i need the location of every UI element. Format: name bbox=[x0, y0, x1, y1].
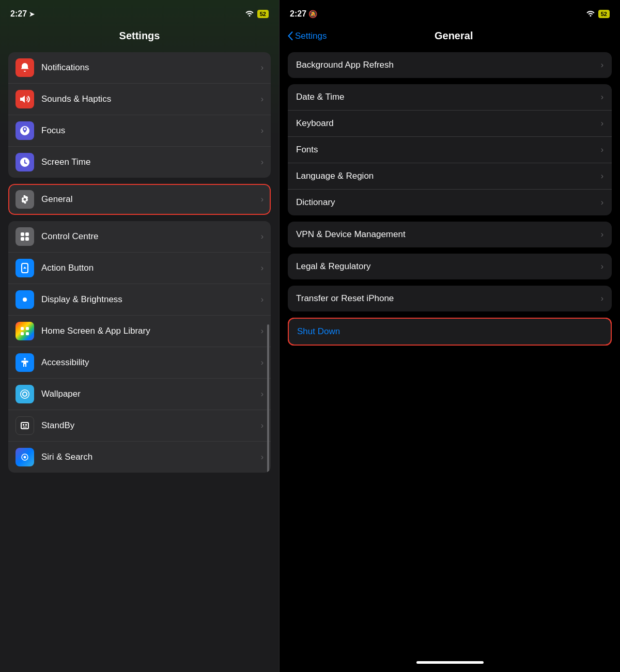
right-home-indicator-bar bbox=[280, 656, 620, 672]
transfer-reset-chevron: › bbox=[601, 294, 603, 303]
right-settings-group-5: Transfer or Reset iPhone › bbox=[288, 286, 612, 311]
settings-group-1: Notifications › Sounds & Haptics › Focus… bbox=[8, 52, 271, 178]
display-label: Display & Brightness bbox=[41, 294, 261, 305]
fonts-chevron: › bbox=[601, 145, 603, 154]
right-item-bg-refresh[interactable]: Background App Refresh › bbox=[288, 52, 612, 78]
right-item-date-time[interactable]: Date & Time › bbox=[288, 84, 612, 111]
right-status-right: 52 bbox=[586, 9, 610, 19]
left-battery: 52 bbox=[257, 10, 269, 18]
notifications-chevron: › bbox=[261, 63, 264, 72]
action-button-label: Action Button bbox=[41, 263, 261, 273]
vpn-label: VPN & Device Management bbox=[296, 229, 601, 240]
right-settings-group-2: Date & Time › Keyboard › Fonts › Languag… bbox=[288, 84, 612, 215]
action-button-chevron: › bbox=[261, 263, 264, 273]
right-nav-header: Settings General bbox=[280, 26, 620, 49]
svg-rect-13 bbox=[25, 424, 27, 426]
sidebar-item-notifications[interactable]: Notifications › bbox=[8, 52, 271, 84]
transfer-reset-label: Transfer or Reset iPhone bbox=[296, 293, 601, 304]
svg-point-10 bbox=[24, 358, 26, 360]
right-status-left: 2:27 🔕 bbox=[290, 9, 317, 19]
screen-time-icon bbox=[16, 153, 34, 171]
right-nav-title: General bbox=[327, 30, 581, 42]
siri-icon bbox=[16, 448, 34, 466]
left-status-bar: 2:27 ➤ 52 bbox=[0, 0, 279, 26]
sidebar-item-accessibility[interactable]: Accessibility › bbox=[8, 347, 271, 379]
back-button[interactable]: Settings bbox=[288, 31, 327, 41]
focus-label: Focus bbox=[41, 126, 261, 136]
sidebar-item-action-button[interactable]: Action Button › bbox=[8, 253, 271, 284]
left-status-right: 52 bbox=[245, 9, 269, 19]
right-status-bar: 2:27 🔕 52 bbox=[280, 0, 620, 26]
right-item-fonts[interactable]: Fonts › bbox=[288, 137, 612, 163]
right-item-keyboard[interactable]: Keyboard › bbox=[288, 111, 612, 137]
sidebar-item-wallpaper[interactable]: Wallpaper › bbox=[8, 379, 271, 410]
vpn-chevron: › bbox=[601, 230, 603, 239]
right-item-dictionary[interactable]: Dictionary › bbox=[288, 190, 612, 215]
svg-rect-7 bbox=[26, 327, 29, 330]
general-icon bbox=[16, 190, 34, 209]
sounds-chevron: › bbox=[261, 95, 264, 104]
back-label: Settings bbox=[295, 31, 327, 41]
home-screen-chevron: › bbox=[261, 326, 264, 336]
wallpaper-chevron: › bbox=[261, 389, 264, 399]
right-item-legal[interactable]: Legal & Regulatory › bbox=[288, 254, 612, 279]
wallpaper-icon bbox=[16, 385, 34, 403]
home-screen-label: Home Screen & App Library bbox=[41, 326, 261, 336]
accessibility-label: Accessibility bbox=[41, 357, 261, 368]
siri-label: Siri & Search bbox=[41, 452, 261, 462]
sidebar-item-sounds[interactable]: Sounds & Haptics › bbox=[8, 84, 271, 115]
standby-label: StandBy bbox=[41, 420, 261, 431]
legal-chevron: › bbox=[601, 262, 603, 271]
right-panel: 2:27 🔕 52 Settings General Background Ap… bbox=[279, 0, 620, 672]
right-battery: 52 bbox=[598, 10, 610, 18]
right-time: 2:27 bbox=[290, 9, 306, 19]
right-item-vpn[interactable]: VPN & Device Management › bbox=[288, 222, 612, 247]
left-location-icon: ➤ bbox=[29, 10, 35, 18]
dictionary-chevron: › bbox=[601, 198, 603, 207]
standby-icon bbox=[16, 416, 34, 435]
sidebar-item-standby[interactable]: StandBy › bbox=[8, 410, 271, 442]
svg-point-16 bbox=[24, 456, 26, 459]
sidebar-item-screen-time[interactable]: Screen Time › bbox=[8, 147, 271, 178]
svg-rect-8 bbox=[21, 332, 24, 335]
sidebar-item-focus[interactable]: Focus › bbox=[8, 115, 271, 147]
svg-rect-3 bbox=[25, 237, 29, 241]
legal-label: Legal & Regulatory bbox=[296, 261, 601, 272]
svg-point-5 bbox=[23, 298, 27, 302]
left-time: 2:27 bbox=[10, 9, 27, 19]
left-nav-title: Settings bbox=[0, 26, 279, 49]
sidebar-item-general[interactable]: General › bbox=[8, 184, 271, 215]
display-chevron: › bbox=[261, 295, 264, 304]
general-chevron: › bbox=[261, 195, 264, 204]
svg-rect-6 bbox=[21, 327, 24, 330]
settings-group-2: General › bbox=[8, 184, 271, 215]
svg-rect-2 bbox=[21, 237, 24, 241]
bg-refresh-label: Background App Refresh bbox=[296, 60, 601, 70]
right-settings-group-1: Background App Refresh › bbox=[288, 52, 612, 78]
left-status-left: 2:27 ➤ bbox=[10, 9, 35, 19]
keyboard-chevron: › bbox=[601, 119, 603, 128]
mute-icon: 🔕 bbox=[308, 10, 317, 18]
date-time-label: Date & Time bbox=[296, 92, 601, 102]
control-centre-chevron: › bbox=[261, 232, 264, 241]
svg-rect-0 bbox=[21, 232, 24, 236]
sidebar-item-control-centre[interactable]: Control Centre › bbox=[8, 221, 271, 253]
svg-rect-9 bbox=[26, 332, 29, 335]
right-home-indicator bbox=[416, 661, 484, 664]
focus-chevron: › bbox=[261, 126, 264, 135]
home-screen-icon bbox=[16, 322, 34, 340]
right-item-shut-down[interactable]: Shut Down bbox=[289, 319, 611, 345]
dictionary-label: Dictionary bbox=[296, 197, 601, 208]
right-item-language-region[interactable]: Language & Region › bbox=[288, 163, 612, 190]
sidebar-item-siri[interactable]: Siri & Search › bbox=[8, 442, 271, 473]
right-item-transfer-reset[interactable]: Transfer or Reset iPhone › bbox=[288, 286, 612, 311]
control-centre-icon bbox=[16, 227, 34, 246]
accessibility-chevron: › bbox=[261, 358, 264, 367]
fonts-label: Fonts bbox=[296, 145, 601, 155]
sidebar-item-display[interactable]: Display & Brightness › bbox=[8, 284, 271, 316]
action-button-icon bbox=[16, 259, 34, 277]
left-wifi-icon bbox=[245, 9, 254, 19]
screen-time-label: Screen Time bbox=[41, 157, 261, 167]
sidebar-item-home-screen[interactable]: Home Screen & App Library › bbox=[8, 316, 271, 347]
accessibility-icon bbox=[16, 353, 34, 372]
